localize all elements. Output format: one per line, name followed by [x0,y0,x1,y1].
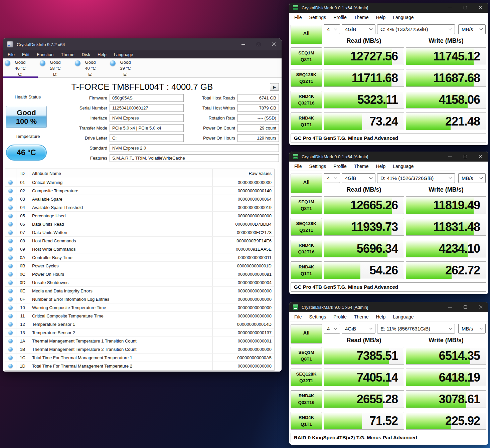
diskinfo-titlebar[interactable]: CrystalDiskInfo 9.7.2 x64 [3,38,282,50]
menu-item-file[interactable]: File [4,52,18,57]
test-button[interactable]: SEQ128K Q32T1 [291,369,322,386]
attribute-name: Number of Error Information Log Entries [29,295,213,303]
drive-tab[interactable]: Good 46 °C C: [3,58,38,77]
test-button[interactable]: RND4K Q32T16 [291,91,322,108]
menu-item-language[interactable]: Language [389,164,417,169]
menu-item-help[interactable]: Help [372,164,389,169]
menu-item-language[interactable]: Language [389,15,417,20]
menu-item-disk[interactable]: Disk [78,52,94,57]
menu-item-help[interactable]: Help [372,314,389,319]
test-size-select[interactable]: 4GiB [342,24,375,34]
menu-item-profile[interactable]: Profile [330,15,350,20]
attribute-status-orb-icon [8,356,13,360]
test-button[interactable]: RND4K Q1T1 [291,113,322,130]
minimize-button[interactable] [235,38,251,50]
close-icon [479,155,483,159]
close-button[interactable] [266,38,282,50]
test-size-select[interactable]: 4GiB [342,324,375,333]
attribute-id: 0A [16,253,29,261]
benchmark-rows: SEQ1M Q8T1 12665.26 11819.49 SEQ128K Q32… [289,196,488,283]
test-button[interactable]: SEQ128K Q32T1 [291,69,322,87]
maximize-button[interactable] [458,302,473,312]
diskmark-titlebar[interactable]: CrystalDiskMark 9.0.1 x64 [Admin] [289,302,488,312]
menu-item-language[interactable]: Language [389,314,417,319]
drive-tab[interactable]: Good 40 °C E: [73,58,108,77]
drive-tab[interactable]: Good 39 °C E: [108,58,143,77]
menu-item-settings[interactable]: Settings [306,15,330,20]
unit-select[interactable]: MB/s [458,173,486,183]
target-drive-select[interactable]: C: 4% (133/3725GiB) [377,24,455,34]
raw-values-column-header: Raw Values [213,169,274,178]
close-button[interactable] [473,152,488,162]
test-size-select[interactable]: 4GiB [342,173,375,183]
test-button[interactable]: SEQ128K Q32T1 [291,218,322,236]
menu-item-theme[interactable]: Theme [350,314,372,319]
attribute-raw-value: 00000000000001 [213,337,274,345]
smart-table-row: 0E Media and Data Integrity Errors 00000… [5,287,274,295]
test-button[interactable]: SEQ1M Q8T1 [291,347,322,365]
test-button[interactable]: RND4K Q1T1 [291,412,322,430]
test-button[interactable]: RND4K Q32T16 [291,390,322,408]
minimize-button[interactable] [442,3,458,13]
menu-item-file[interactable]: File [291,164,306,169]
benchmark-row: SEQ1M Q8T1 12727.56 11745.12 [289,47,488,65]
read-result-cell: 7405.14 [324,369,404,386]
menu-item-function[interactable]: Function [33,52,57,57]
diskmark-content: All 4 4GiB D: 41% (1526/3726GiB) MB/s Re… [289,171,488,294]
drive-field-row: Total Host Reads 6741 GB [146,93,279,103]
menu-item-file[interactable]: File [291,314,306,319]
menu-item-language[interactable]: Language [110,52,137,57]
test-button[interactable]: SEQ1M Q8T1 [291,47,322,65]
minimize-button[interactable] [442,152,458,162]
comment-box[interactable]: GC Pro 4TB Gen5 T.G. Minus Pad Advanced [291,134,486,143]
target-drive-select[interactable]: D: 41% (1526/3726GiB) [377,173,455,183]
diskmark-titlebar[interactable]: CrystalDiskMark 9.0.1 x64 [Admin] [289,152,488,162]
all-tests-button[interactable]: All [291,324,322,344]
attribute-name: Warning Composite Temperature Time [29,303,213,311]
next-drive-button[interactable]: ▶ [270,83,279,91]
comment-box[interactable]: RAID-0 KingSpec 4TB(x2) T.G. Minus Pad A… [291,433,486,442]
test-count-select[interactable]: 4 [324,24,340,34]
menu-item-help[interactable]: Help [94,52,110,57]
menu-item-edit[interactable]: Edit [18,52,33,57]
menu-item-theme[interactable]: Theme [350,15,372,20]
menu-item-settings[interactable]: Settings [306,314,330,319]
write-result-cell: 3078.61 [406,390,486,408]
menu-item-theme[interactable]: Theme [350,164,372,169]
minimize-button[interactable] [442,302,458,312]
test-count-select[interactable]: 4 [324,324,340,333]
diskinfo-content: T-FORCE TM8FFL004T : 4000.7 GB ▶ Health … [3,78,282,372]
comment-box[interactable]: GC Pro 4TB Gen5 T.G. Minus Pad Advanced [291,282,486,292]
menu-item-profile[interactable]: Profile [330,164,350,169]
menu-item-settings[interactable]: Settings [306,164,330,169]
close-button[interactable] [473,3,488,13]
attribute-name: Thermal Management Temperature 1 Transit… [29,337,213,345]
maximize-button[interactable] [458,3,473,13]
menu-item-help[interactable]: Help [372,15,389,20]
benchmark-row: SEQ1M Q8T1 7385.51 6514.35 [289,347,488,365]
write-result-bar [406,113,451,130]
all-tests-button[interactable]: All [291,174,322,193]
menu-item-file[interactable]: File [291,15,306,20]
maximize-button[interactable] [251,38,266,50]
test-button[interactable]: RND4K Q32T16 [291,240,322,257]
diskmark-titlebar[interactable]: CrystalDiskMark 9.0.1 x64 [Admin] [289,3,488,13]
attribute-raw-value: 00000000000000 [213,303,274,311]
menu-item-profile[interactable]: Profile [330,314,350,319]
diskinfo-window-title: CrystalDiskInfo 9.7.2 x64 [17,42,65,47]
read-result-cell: 11711.68 [324,69,404,87]
test-button[interactable]: SEQ1M Q8T1 [291,196,322,214]
maximize-button[interactable] [458,152,473,162]
menu-item-theme[interactable]: Theme [57,52,78,57]
unit-select[interactable]: MB/s [458,324,486,333]
target-drive-select[interactable]: E: 11% (856/7631GiB) [377,324,455,333]
unit-select[interactable]: MB/s [458,24,486,34]
all-tests-button[interactable]: All [291,25,322,44]
attribute-status-orb-icon [8,297,13,301]
test-button[interactable]: RND4K Q1T1 [291,261,322,279]
drive-tab[interactable]: Good 58 °C D: [38,58,73,77]
close-button[interactable] [473,302,488,312]
test-count-select[interactable]: 4 [324,173,340,183]
diskmark-app-icon [293,154,299,160]
diskmark-window-title: CrystalDiskMark 9.0.1 x64 [Admin] [302,305,368,310]
